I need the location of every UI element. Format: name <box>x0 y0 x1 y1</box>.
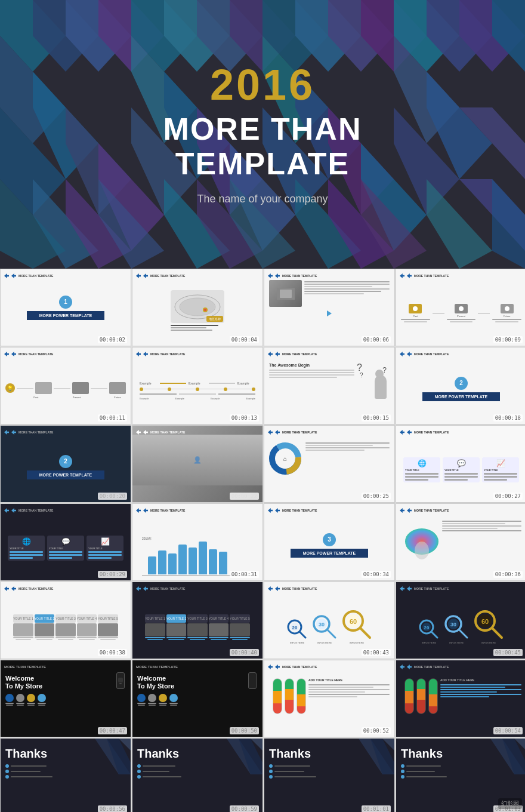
hero-subtitle: The name of your company <box>163 193 362 205</box>
slide-banner: MORE POWER TEMPLATE <box>291 549 368 558</box>
svg-line-64 <box>299 632 305 638</box>
slide-number: 2 <box>455 377 468 390</box>
header-arrow-icon <box>143 273 148 278</box>
hero-year: 2016 <box>163 63 362 106</box>
header-arrow-icon <box>143 508 148 513</box>
slide-thumb-11[interactable]: MORE THAN TEMPLATE ⌂ 00:00:25 <box>264 425 395 503</box>
svg-line-76 <box>431 632 437 638</box>
slide-number: 3 <box>323 533 336 546</box>
header-arrow-icon <box>400 586 404 591</box>
header-arrow-icon <box>275 586 280 591</box>
header-arrow-icon <box>268 665 273 669</box>
slide-thumb-12[interactable]: MORE THAN TEMPLATE 🌐 YOUR TITLE 💬 YOUR T… <box>396 425 525 503</box>
header-arrow-icon <box>275 665 280 669</box>
header-arrow-icon <box>136 273 141 278</box>
svg-point-50 <box>180 298 215 316</box>
timestamp: 00:00:45 <box>493 649 523 656</box>
header-arrow-icon <box>4 352 9 356</box>
timestamp: 00:01:01 <box>362 805 391 812</box>
timestamp: 00:00:50 <box>230 727 259 734</box>
slide-thumb-5[interactable]: MORE THAN TEMPLATE 💡 Past <box>0 347 131 425</box>
slide-thumb-28[interactable]: Thanks 00:01:03 <box>396 738 525 812</box>
slide-thumb-22[interactable]: MORE THAN TEMPLATE WelcomeTo My Store <box>132 660 263 737</box>
slide-thumb-4[interactable]: MORE THAN TEMPLATE Past Prese <box>396 269 525 346</box>
timestamp: 00:00:09 <box>493 336 523 343</box>
svg-text:60: 60 <box>350 618 357 625</box>
header-arrow-icon <box>275 352 280 356</box>
svg-point-61 <box>415 542 429 559</box>
slide-thumb-16[interactable]: MORE THAN TEMPLATE <box>396 503 525 581</box>
timestamp: 00:00:11 <box>98 414 127 422</box>
header-arrow-icon <box>136 430 141 435</box>
slide-thumb-20[interactable]: MORE THAN TEMPLATE 20 INFOS HERE <box>396 582 525 659</box>
slide-thumb-18[interactable]: MORE THAN TEMPLATE YOUR TITLE 1 YOUR TIT… <box>132 582 263 659</box>
slide-thumb-15[interactable]: MORE THAN TEMPLATE 3 MORE POWER TEMPLATE… <box>264 503 395 581</box>
map-placeholder: 地区名称 <box>171 290 224 323</box>
header-arrow-icon <box>143 430 148 435</box>
thumbnail-grid: MORE THAN TEMPLATE 1 MORE POWER TEMPLATE… <box>0 269 525 812</box>
slide-number: 2 <box>59 455 72 468</box>
slide-thumb-7[interactable]: MORE THAN TEMPLATE The Awesome Begin ? ?… <box>264 347 395 425</box>
bar-chart <box>142 542 253 574</box>
svg-text:20: 20 <box>424 625 430 630</box>
timestamp: 00:00:54 <box>493 727 523 734</box>
svg-rect-54 <box>280 290 292 298</box>
play-arrow-icon <box>327 310 332 316</box>
hero-section: 2016 MORE THAN TEMPLATE The name of your… <box>0 0 525 269</box>
timestamp: 00:00:06 <box>362 336 391 343</box>
header-arrow-icon <box>11 352 16 356</box>
header-arrow-icon <box>143 352 148 356</box>
slide-thumb-10[interactable]: MORE THAN TEMPLATE 👤 00:00:22 <box>132 425 263 503</box>
slide-thumb-26[interactable]: Thanks 00:00:59 <box>132 738 263 812</box>
slide-thumb-2[interactable]: MORE THAN TEMPLATE 地区名称 00:00:04 <box>132 269 263 346</box>
header-arrow-icon <box>268 586 273 591</box>
slide-thumb-3[interactable]: MORE THAN TEMPLATE 00:00:06 <box>264 269 395 346</box>
slide-thumb-1[interactable]: MORE THAN TEMPLATE 1 MORE POWER TEMPLATE… <box>0 269 131 346</box>
timestamp: 00:00:34 <box>362 571 391 578</box>
timestamp: 00:00:36 <box>493 571 523 578</box>
header-arrow-icon <box>400 430 404 435</box>
slide-thumb-19[interactable]: MORE THAN TEMPLATE 20 INFOS HERE <box>264 582 395 659</box>
header-arrow-icon <box>4 273 9 278</box>
slide-thumb-17[interactable]: MORE THAN TEMPLATE YOUR TITLE 1 YOUR TIT… <box>0 582 131 659</box>
header-arrow-icon <box>400 508 404 513</box>
slide-thumb-27[interactable]: Thanks 00:01:01 <box>264 738 395 812</box>
header-arrow-icon <box>407 586 412 591</box>
slide-thumb-13[interactable]: MORE THAN TEMPLATE 🌐 YOUR TITLE 💬 YOUR T… <box>0 503 131 581</box>
header-arrow-icon <box>407 430 412 435</box>
slide-banner: MORE POWER TEMPLATE <box>422 392 500 401</box>
header-arrow-icon <box>268 508 273 513</box>
header-arrow-icon <box>407 273 412 278</box>
slide-thumb-14[interactable]: MORE THAN TEMPLATE 2016年 00:00:31 <box>132 503 263 581</box>
timestamp: 00:00:52 <box>362 727 391 734</box>
slide-thumb-21[interactable]: MORE THAN TEMPLATE WelcomeTo My Store <box>0 660 131 737</box>
hero-title: MORE THAN TEMPLATE <box>163 112 362 180</box>
header-arrow-icon <box>400 665 404 669</box>
slide-thumb-9[interactable]: MORE THAN TEMPLATE 2 MORE POWER TEMPLATE… <box>0 425 131 503</box>
header-arrow-icon <box>136 586 141 591</box>
svg-line-80 <box>459 630 467 638</box>
slide-thumb-6[interactable]: MORE THAN TEMPLATE Example Example Examp… <box>132 347 263 425</box>
timestamp: 00:00:25 <box>362 493 391 500</box>
slide-number: 1 <box>59 296 72 309</box>
header-arrow-icon <box>4 430 9 435</box>
timestamp: 00:00:27 <box>493 493 523 500</box>
slide-thumb-24[interactable]: MORE THAN TEMPLATE ADD YOUR TITLE HERE 0… <box>396 660 525 737</box>
header-arrow-icon <box>268 273 273 278</box>
timestamp: 00:00:40 <box>230 649 259 656</box>
header-arrow-icon <box>11 508 16 513</box>
slide-thumb-23[interactable]: MORE THAN TEMPLATE ADD YOUR TITLE HERE 0… <box>264 660 395 737</box>
slide-thumb-8[interactable]: MORE THAN TEMPLATE 2 MORE POWER TEMPLATE… <box>396 347 525 425</box>
timestamp: 00:00:47 <box>98 727 127 734</box>
slide-thumb-25[interactable]: Thanks 00:00:56 <box>0 738 131 812</box>
header-arrow-icon <box>4 586 9 591</box>
header-arrow-icon <box>11 430 16 435</box>
slide-banner: MORE POWER TEMPLATE <box>27 311 104 320</box>
header-arrow-icon <box>136 352 141 356</box>
header-arrow-icon <box>11 586 16 591</box>
header-arrow-icon <box>400 352 404 356</box>
svg-text:30: 30 <box>450 622 456 628</box>
header-arrow-icon <box>407 508 412 513</box>
timestamp: 00:00:31 <box>230 571 259 578</box>
timestamp: 00:00:59 <box>230 805 259 812</box>
